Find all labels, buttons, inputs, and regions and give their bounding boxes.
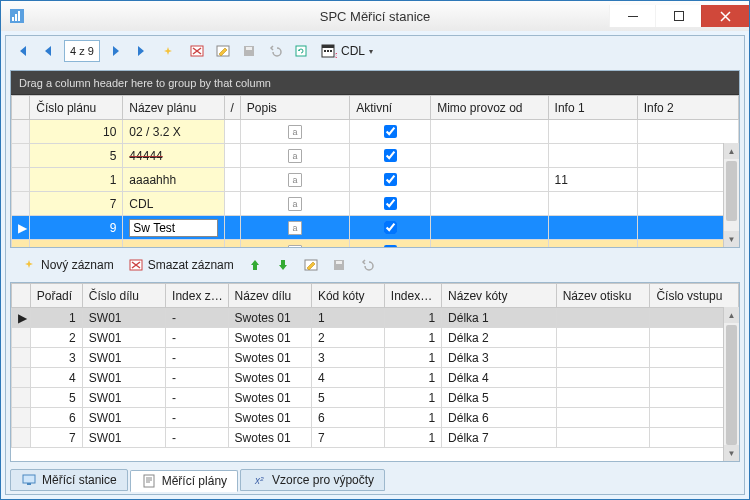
- scroll-up-button[interactable]: ▲: [724, 143, 739, 159]
- zindex-cell[interactable]: -: [166, 328, 228, 348]
- col-part-no[interactable]: Číslo dílu: [82, 284, 165, 308]
- save-detail-button[interactable]: [327, 253, 351, 277]
- part-name-cell[interactable]: Swotes 01: [228, 408, 311, 428]
- table-row[interactable]: 5SW01-Swotes 0151Délka 55: [12, 388, 739, 408]
- nav-next-button[interactable]: [104, 39, 128, 63]
- table-row[interactable]: 6SW01-Swotes 0161Délka 66: [12, 408, 739, 428]
- zindex-cell[interactable]: -: [166, 428, 228, 448]
- desc-cell[interactable]: a: [240, 168, 349, 192]
- col-index[interactable]: Index…: [384, 284, 441, 308]
- kota-name-cell[interactable]: Délka 2: [442, 328, 557, 348]
- part-no-cell[interactable]: SW01: [82, 388, 165, 408]
- part-name-cell[interactable]: Swotes 01: [228, 328, 311, 348]
- active-cell[interactable]: [350, 216, 431, 240]
- active-checkbox[interactable]: [384, 125, 397, 138]
- kota-name-cell[interactable]: Délka 5: [442, 388, 557, 408]
- order-cell[interactable]: 2: [30, 328, 82, 348]
- kota-name-cell[interactable]: Délka 6: [442, 408, 557, 428]
- zindex-cell[interactable]: -: [166, 348, 228, 368]
- active-checkbox[interactable]: [384, 221, 397, 234]
- part-name-cell[interactable]: Swotes 01: [228, 348, 311, 368]
- zindex-cell[interactable]: -: [166, 388, 228, 408]
- plan-name-cell-wrap[interactable]: 44444: [123, 144, 224, 168]
- new-detail-button[interactable]: Nový záznam: [16, 254, 119, 276]
- table-row[interactable]: 4SW01-Swotes 0141Délka 44: [12, 368, 739, 388]
- info1-cell[interactable]: [548, 192, 637, 216]
- info1-cell[interactable]: [548, 120, 637, 144]
- table-row[interactable]: 1002 / 3.2 Xa: [12, 120, 739, 144]
- col-desc[interactable]: Popis: [240, 96, 349, 120]
- plan-no-cell[interactable]: 5: [30, 144, 123, 168]
- nav-position-box[interactable]: 4 z 9: [64, 40, 100, 62]
- plan-name-cell-wrap[interactable]: aaaahhh: [123, 168, 224, 192]
- info2-cell[interactable]: [637, 120, 738, 144]
- delete-detail-button[interactable]: Smazat záznam: [123, 254, 239, 276]
- print-name-cell[interactable]: [556, 428, 650, 448]
- plan-no-cell[interactable]: 1: [30, 168, 123, 192]
- plan-name-cell-wrap[interactable]: CDL: [123, 192, 224, 216]
- table-row[interactable]: ▶1SW01-Swotes 0111Délka 11: [12, 308, 739, 328]
- part-no-cell[interactable]: SW01: [82, 308, 165, 328]
- active-cell[interactable]: [350, 144, 431, 168]
- part-no-cell[interactable]: SW01: [82, 328, 165, 348]
- part-no-cell[interactable]: SW01: [82, 428, 165, 448]
- save-button[interactable]: [237, 39, 261, 63]
- col-part-name[interactable]: Název dílu: [228, 284, 311, 308]
- active-checkbox[interactable]: [384, 173, 397, 186]
- col-sort[interactable]: /: [224, 96, 240, 120]
- col-kota[interactable]: Kód kóty: [311, 284, 384, 308]
- table-row[interactable]: 3SW01-Swotes 0131Délka 33: [12, 348, 739, 368]
- scroll-down-button[interactable]: ▼: [724, 445, 739, 461]
- kota-cell[interactable]: 7: [311, 428, 384, 448]
- order-cell[interactable]: 3: [30, 348, 82, 368]
- col-active[interactable]: Aktivní: [350, 96, 431, 120]
- info1-cell[interactable]: 11: [548, 168, 637, 192]
- print-name-cell[interactable]: [556, 408, 650, 428]
- scroll-thumb[interactable]: [726, 161, 737, 221]
- edit-button[interactable]: [211, 39, 235, 63]
- move-down-button[interactable]: [271, 253, 295, 277]
- active-checkbox[interactable]: [384, 197, 397, 210]
- table-row[interactable]: 7SW01-Swotes 0171Délka 77: [12, 428, 739, 448]
- zindex-cell[interactable]: -: [166, 368, 228, 388]
- part-name-cell[interactable]: Swotes 01: [228, 368, 311, 388]
- order-cell[interactable]: 6: [30, 408, 82, 428]
- nav-prev-button[interactable]: [36, 39, 60, 63]
- maximize-button[interactable]: [655, 5, 701, 27]
- out-from-cell[interactable]: [431, 120, 548, 144]
- plan-no-cell[interactable]: 9: [30, 216, 123, 240]
- kota-name-cell[interactable]: Délka 1: [442, 308, 557, 328]
- info1-cell[interactable]: [548, 240, 637, 248]
- table-row[interactable]: 544444a: [12, 144, 739, 168]
- desc-cell[interactable]: a: [240, 144, 349, 168]
- out-from-cell[interactable]: [431, 216, 548, 240]
- col-info2[interactable]: Info 2: [637, 96, 738, 120]
- minimize-button[interactable]: [609, 5, 655, 27]
- index-cell[interactable]: 1: [384, 428, 441, 448]
- desc-cell[interactable]: a: [240, 120, 349, 144]
- order-cell[interactable]: 1: [30, 308, 82, 328]
- active-cell[interactable]: [350, 240, 431, 248]
- delete-record-button[interactable]: [185, 39, 209, 63]
- kota-cell[interactable]: 1: [311, 308, 384, 328]
- out-from-cell[interactable]: [431, 192, 548, 216]
- kota-cell[interactable]: 2: [311, 328, 384, 348]
- col-info1[interactable]: Info 1: [548, 96, 637, 120]
- index-cell[interactable]: 1: [384, 388, 441, 408]
- refresh-button[interactable]: [289, 39, 313, 63]
- edit-detail-button[interactable]: [299, 253, 323, 277]
- part-no-cell[interactable]: SW01: [82, 348, 165, 368]
- scroll-down-button[interactable]: ▼: [724, 231, 739, 247]
- desc-cell[interactable]: a: [240, 240, 349, 248]
- out-from-cell[interactable]: [431, 144, 548, 168]
- close-button[interactable]: [701, 5, 749, 27]
- scroll-up-button[interactable]: ▲: [724, 307, 739, 323]
- print-name-cell[interactable]: [556, 348, 650, 368]
- plan-name-input[interactable]: [129, 219, 217, 237]
- kota-name-cell[interactable]: Délka 7: [442, 428, 557, 448]
- desc-cell[interactable]: a: [240, 192, 349, 216]
- out-from-cell[interactable]: [431, 240, 548, 248]
- new-record-button[interactable]: [156, 39, 180, 63]
- table-row[interactable]: 3Test stanicea: [12, 240, 739, 248]
- active-cell[interactable]: [350, 192, 431, 216]
